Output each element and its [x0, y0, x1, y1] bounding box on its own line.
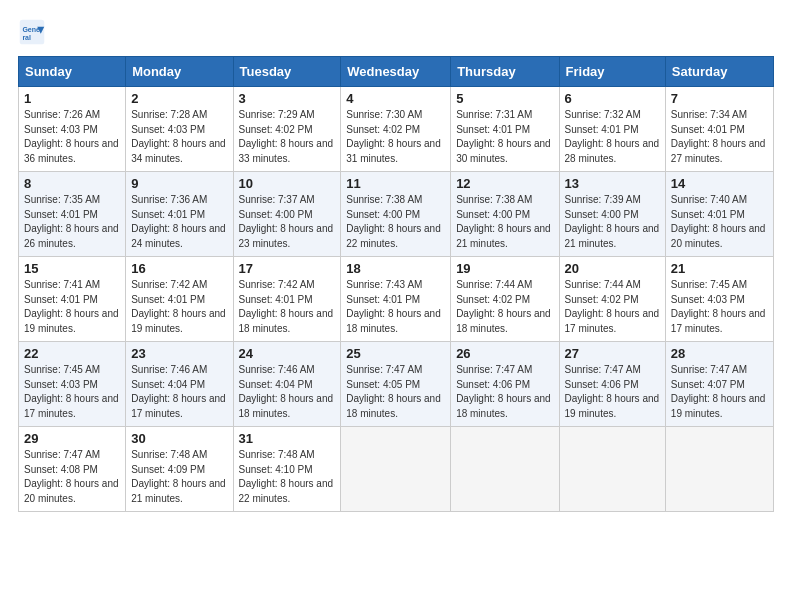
day-cell-content: Sunrise: 7:30 AMSunset: 4:02 PMDaylight:…	[346, 108, 445, 166]
table-row: 12Sunrise: 7:38 AMSunset: 4:00 PMDayligh…	[451, 172, 559, 257]
day-cell-content: Sunrise: 7:45 AMSunset: 4:03 PMDaylight:…	[24, 363, 120, 421]
day-number: 24	[239, 346, 336, 361]
table-row	[665, 427, 773, 512]
day-cell-content: Sunrise: 7:34 AMSunset: 4:01 PMDaylight:…	[671, 108, 768, 166]
day-number: 20	[565, 261, 660, 276]
day-number: 3	[239, 91, 336, 106]
day-cell-content: Sunrise: 7:29 AMSunset: 4:02 PMDaylight:…	[239, 108, 336, 166]
day-number: 7	[671, 91, 768, 106]
day-number: 16	[131, 261, 227, 276]
day-cell-content: Sunrise: 7:42 AMSunset: 4:01 PMDaylight:…	[131, 278, 227, 336]
day-number: 31	[239, 431, 336, 446]
table-row: 4Sunrise: 7:30 AMSunset: 4:02 PMDaylight…	[341, 87, 451, 172]
day-cell-content: Sunrise: 7:43 AMSunset: 4:01 PMDaylight:…	[346, 278, 445, 336]
day-cell-content: Sunrise: 7:39 AMSunset: 4:00 PMDaylight:…	[565, 193, 660, 251]
table-row: 23Sunrise: 7:46 AMSunset: 4:04 PMDayligh…	[126, 342, 233, 427]
table-row: 27Sunrise: 7:47 AMSunset: 4:06 PMDayligh…	[559, 342, 665, 427]
col-header-monday: Monday	[126, 57, 233, 87]
day-cell-content: Sunrise: 7:42 AMSunset: 4:01 PMDaylight:…	[239, 278, 336, 336]
table-row: 15Sunrise: 7:41 AMSunset: 4:01 PMDayligh…	[19, 257, 126, 342]
day-number: 1	[24, 91, 120, 106]
day-number: 28	[671, 346, 768, 361]
day-number: 4	[346, 91, 445, 106]
day-number: 21	[671, 261, 768, 276]
table-row: 11Sunrise: 7:38 AMSunset: 4:00 PMDayligh…	[341, 172, 451, 257]
col-header-sunday: Sunday	[19, 57, 126, 87]
col-header-tuesday: Tuesday	[233, 57, 341, 87]
col-header-saturday: Saturday	[665, 57, 773, 87]
day-cell-content: Sunrise: 7:38 AMSunset: 4:00 PMDaylight:…	[456, 193, 553, 251]
calendar-table: Sunday Monday Tuesday Wednesday Thursday…	[18, 56, 774, 512]
table-row: 18Sunrise: 7:43 AMSunset: 4:01 PMDayligh…	[341, 257, 451, 342]
day-cell-content: Sunrise: 7:38 AMSunset: 4:00 PMDaylight:…	[346, 193, 445, 251]
day-cell-content: Sunrise: 7:36 AMSunset: 4:01 PMDaylight:…	[131, 193, 227, 251]
table-row: 2Sunrise: 7:28 AMSunset: 4:03 PMDaylight…	[126, 87, 233, 172]
day-number: 8	[24, 176, 120, 191]
day-number: 12	[456, 176, 553, 191]
table-row	[559, 427, 665, 512]
day-cell-content: Sunrise: 7:28 AMSunset: 4:03 PMDaylight:…	[131, 108, 227, 166]
table-row: 22Sunrise: 7:45 AMSunset: 4:03 PMDayligh…	[19, 342, 126, 427]
day-number: 10	[239, 176, 336, 191]
table-row: 1Sunrise: 7:26 AMSunset: 4:03 PMDaylight…	[19, 87, 126, 172]
day-number: 11	[346, 176, 445, 191]
table-row: 30Sunrise: 7:48 AMSunset: 4:09 PMDayligh…	[126, 427, 233, 512]
day-cell-content: Sunrise: 7:47 AMSunset: 4:06 PMDaylight:…	[565, 363, 660, 421]
col-header-thursday: Thursday	[451, 57, 559, 87]
day-number: 29	[24, 431, 120, 446]
table-row: 5Sunrise: 7:31 AMSunset: 4:01 PMDaylight…	[451, 87, 559, 172]
table-row: 3Sunrise: 7:29 AMSunset: 4:02 PMDaylight…	[233, 87, 341, 172]
svg-text:ral: ral	[22, 34, 31, 41]
table-row: 16Sunrise: 7:42 AMSunset: 4:01 PMDayligh…	[126, 257, 233, 342]
table-row: 6Sunrise: 7:32 AMSunset: 4:01 PMDaylight…	[559, 87, 665, 172]
col-header-friday: Friday	[559, 57, 665, 87]
day-number: 6	[565, 91, 660, 106]
day-cell-content: Sunrise: 7:40 AMSunset: 4:01 PMDaylight:…	[671, 193, 768, 251]
day-cell-content: Sunrise: 7:32 AMSunset: 4:01 PMDaylight:…	[565, 108, 660, 166]
calendar-week-row: 1Sunrise: 7:26 AMSunset: 4:03 PMDaylight…	[19, 87, 774, 172]
day-cell-content: Sunrise: 7:46 AMSunset: 4:04 PMDaylight:…	[131, 363, 227, 421]
day-cell-content: Sunrise: 7:47 AMSunset: 4:06 PMDaylight:…	[456, 363, 553, 421]
table-row: 26Sunrise: 7:47 AMSunset: 4:06 PMDayligh…	[451, 342, 559, 427]
logo-icon: Gene- ral	[18, 18, 46, 46]
day-cell-content: Sunrise: 7:31 AMSunset: 4:01 PMDaylight:…	[456, 108, 553, 166]
table-row: 9Sunrise: 7:36 AMSunset: 4:01 PMDaylight…	[126, 172, 233, 257]
day-number: 30	[131, 431, 227, 446]
table-row: 19Sunrise: 7:44 AMSunset: 4:02 PMDayligh…	[451, 257, 559, 342]
day-number: 2	[131, 91, 227, 106]
day-number: 18	[346, 261, 445, 276]
day-cell-content: Sunrise: 7:45 AMSunset: 4:03 PMDaylight:…	[671, 278, 768, 336]
table-row: 13Sunrise: 7:39 AMSunset: 4:00 PMDayligh…	[559, 172, 665, 257]
day-cell-content: Sunrise: 7:44 AMSunset: 4:02 PMDaylight:…	[565, 278, 660, 336]
day-number: 9	[131, 176, 227, 191]
day-cell-content: Sunrise: 7:26 AMSunset: 4:03 PMDaylight:…	[24, 108, 120, 166]
day-number: 5	[456, 91, 553, 106]
day-number: 22	[24, 346, 120, 361]
day-cell-content: Sunrise: 7:48 AMSunset: 4:10 PMDaylight:…	[239, 448, 336, 506]
day-number: 27	[565, 346, 660, 361]
day-cell-content: Sunrise: 7:47 AMSunset: 4:08 PMDaylight:…	[24, 448, 120, 506]
table-row: 8Sunrise: 7:35 AMSunset: 4:01 PMDaylight…	[19, 172, 126, 257]
calendar-week-row: 22Sunrise: 7:45 AMSunset: 4:03 PMDayligh…	[19, 342, 774, 427]
table-row	[341, 427, 451, 512]
table-row: 17Sunrise: 7:42 AMSunset: 4:01 PMDayligh…	[233, 257, 341, 342]
day-cell-content: Sunrise: 7:44 AMSunset: 4:02 PMDaylight:…	[456, 278, 553, 336]
table-row: 25Sunrise: 7:47 AMSunset: 4:05 PMDayligh…	[341, 342, 451, 427]
table-row: 29Sunrise: 7:47 AMSunset: 4:08 PMDayligh…	[19, 427, 126, 512]
table-row	[451, 427, 559, 512]
calendar-week-row: 29Sunrise: 7:47 AMSunset: 4:08 PMDayligh…	[19, 427, 774, 512]
day-cell-content: Sunrise: 7:41 AMSunset: 4:01 PMDaylight:…	[24, 278, 120, 336]
day-cell-content: Sunrise: 7:47 AMSunset: 4:07 PMDaylight:…	[671, 363, 768, 421]
table-row: 31Sunrise: 7:48 AMSunset: 4:10 PMDayligh…	[233, 427, 341, 512]
day-number: 26	[456, 346, 553, 361]
day-cell-content: Sunrise: 7:37 AMSunset: 4:00 PMDaylight:…	[239, 193, 336, 251]
day-number: 13	[565, 176, 660, 191]
day-number: 19	[456, 261, 553, 276]
calendar-week-row: 15Sunrise: 7:41 AMSunset: 4:01 PMDayligh…	[19, 257, 774, 342]
day-number: 17	[239, 261, 336, 276]
day-number: 23	[131, 346, 227, 361]
table-row: 28Sunrise: 7:47 AMSunset: 4:07 PMDayligh…	[665, 342, 773, 427]
logo: Gene- ral	[18, 18, 50, 46]
day-cell-content: Sunrise: 7:47 AMSunset: 4:05 PMDaylight:…	[346, 363, 445, 421]
table-row: 14Sunrise: 7:40 AMSunset: 4:01 PMDayligh…	[665, 172, 773, 257]
